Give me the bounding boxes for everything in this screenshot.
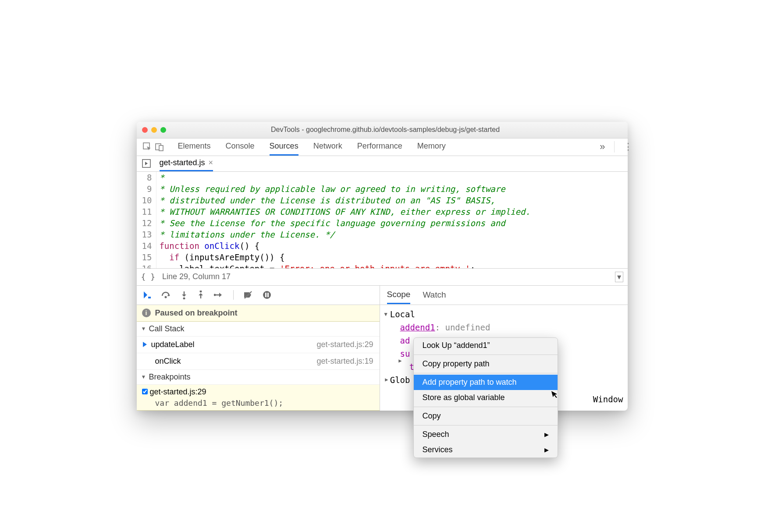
line-number[interactable]: 9 <box>141 183 153 195</box>
zoom-window-button[interactable] <box>160 127 166 133</box>
line-number[interactable]: 13 <box>141 229 153 240</box>
code-line[interactable]: * <box>159 172 530 183</box>
step-into-icon[interactable] <box>181 291 188 299</box>
svg-rect-4 <box>148 297 151 298</box>
breakpoints-list: get-started.js:29var addend1 = getNumber… <box>137 385 380 411</box>
collapse-icon: ▼ <box>384 308 387 321</box>
pretty-print-icon[interactable]: { } <box>141 272 156 281</box>
inspect-element-icon[interactable] <box>141 141 153 153</box>
tab-watch[interactable]: Watch <box>423 287 446 303</box>
debugger-right-pane: Scope Watch ▼ Local addend1: undefinedad… <box>380 286 628 411</box>
minimize-window-button[interactable] <box>151 127 157 133</box>
scope-watch-tabs: Scope Watch <box>380 286 628 305</box>
close-window-button[interactable] <box>142 127 148 133</box>
tab-network[interactable]: Network <box>313 138 342 156</box>
svg-point-7 <box>199 291 202 293</box>
svg-point-8 <box>214 294 216 296</box>
context-menu: Look Up “addend1”Copy property pathAdd p… <box>413 337 558 458</box>
svg-point-11 <box>263 291 271 299</box>
expand-icon: ▼ <box>379 378 392 381</box>
line-gutter: 8910111213141516 <box>137 172 157 268</box>
line-number[interactable]: 8 <box>141 172 153 183</box>
panel-tabs: Elements Console Sources Network Perform… <box>178 138 600 156</box>
line-number[interactable]: 12 <box>141 217 153 229</box>
scope-variable[interactable]: addend1: undefined <box>384 321 623 334</box>
tab-scope[interactable]: Scope <box>387 286 411 304</box>
line-number[interactable]: 16 <box>141 263 153 268</box>
menu-separator <box>414 355 558 355</box>
debugger-toolbar <box>137 286 380 305</box>
tab-console[interactable]: Console <box>226 138 255 156</box>
collapse-icon: ▼ <box>141 326 146 332</box>
step-out-icon[interactable] <box>197 291 204 299</box>
paused-text: Paused on breakpoint <box>155 309 238 318</box>
debugger-left-pane: i Paused on breakpoint ▼ Call Stack upda… <box>137 286 380 411</box>
svg-rect-13 <box>267 293 269 297</box>
context-menu-item[interactable]: Copy property path <box>414 356 558 372</box>
step-over-icon[interactable] <box>161 291 171 299</box>
scope-local-header[interactable]: ▼ Local <box>384 308 623 321</box>
svg-rect-12 <box>265 293 267 297</box>
status-dropdown-icon[interactable]: ▾ <box>615 272 623 282</box>
breakpoint-item[interactable]: get-started.js:29var addend1 = getNumber… <box>137 385 380 411</box>
context-menu-item[interactable]: Services▶ <box>414 442 558 458</box>
code-line[interactable]: * limitations under the License. */ <box>159 229 530 240</box>
call-stack-frame[interactable]: updateLabelget-started.js:29 <box>137 337 380 353</box>
call-stack-frame[interactable]: onClickget-started.js:19 <box>137 353 380 370</box>
context-menu-item[interactable]: Look Up “addend1” <box>414 338 558 353</box>
more-tabs-icon[interactable]: » <box>600 141 605 153</box>
toolbar-separator <box>233 290 234 300</box>
devtools-window: DevTools - googlechrome.github.io/devtoo… <box>137 122 628 411</box>
breakpoints-header[interactable]: ▼ Breakpoints <box>137 370 380 385</box>
svg-point-5 <box>164 296 167 298</box>
code-line[interactable]: * Unless required by applicable law or a… <box>159 183 530 195</box>
svg-rect-2 <box>159 145 163 151</box>
settings-menu-icon[interactable]: ⋮ <box>614 141 623 153</box>
line-number[interactable]: 10 <box>141 195 153 206</box>
cursor-position: Line 29, Column 17 <box>162 272 231 281</box>
pause-on-exceptions-icon[interactable] <box>263 291 271 299</box>
code-line[interactable]: * WITHOUT WARRANTIES OR CONDITIONS OF AN… <box>159 206 530 217</box>
menu-separator <box>414 373 558 373</box>
code-line[interactable]: if (inputsAreEmpty()) { <box>159 252 530 263</box>
code-line[interactable]: * distributed under the License is distr… <box>159 195 530 206</box>
editor-status-bar: { } Line 29, Column 17 ▾ <box>137 268 628 286</box>
call-stack-header[interactable]: ▼ Call Stack <box>137 322 380 337</box>
window-controls <box>142 127 166 133</box>
breakpoint-checkbox[interactable] <box>142 389 148 394</box>
main-tabs-row: Elements Console Sources Network Perform… <box>137 138 628 156</box>
line-number[interactable]: 15 <box>141 252 153 263</box>
info-icon: i <box>142 309 151 317</box>
context-menu-item[interactable]: Store as global variable <box>414 390 558 405</box>
scope-global-value: Window <box>593 394 623 404</box>
tab-performance[interactable]: Performance <box>357 138 402 156</box>
close-file-tab-icon[interactable]: × <box>209 158 213 167</box>
navigator-toggle-icon[interactable] <box>141 159 152 168</box>
tab-sources[interactable]: Sources <box>270 138 298 156</box>
tab-elements[interactable]: Elements <box>178 138 211 156</box>
code-editor[interactable]: 8910111213141516 * * Unless required by … <box>137 172 628 268</box>
code-line[interactable]: * See the License for the specific langu… <box>159 217 530 229</box>
window-title: DevTools - googlechrome.github.io/devtoo… <box>166 126 605 134</box>
menu-separator <box>414 425 558 426</box>
code-line[interactable]: function onClick() { <box>159 240 530 252</box>
call-stack-list: updateLabelget-started.js:29onClickget-s… <box>137 337 380 370</box>
context-menu-item[interactable]: Speech▶ <box>414 427 558 442</box>
line-number[interactable]: 11 <box>141 206 153 217</box>
resume-button-icon[interactable] <box>143 291 152 299</box>
collapse-icon: ▼ <box>141 374 146 380</box>
file-tab-active[interactable]: get-started.js × <box>160 156 213 171</box>
deactivate-breakpoints-icon[interactable] <box>243 291 253 299</box>
tab-memory[interactable]: Memory <box>417 138 446 156</box>
titlebar: DevTools - googlechrome.github.io/devtoo… <box>137 122 628 138</box>
step-icon[interactable] <box>214 291 224 299</box>
svg-point-6 <box>183 298 185 300</box>
context-menu-item[interactable]: Copy <box>414 408 558 424</box>
line-number[interactable]: 14 <box>141 240 153 252</box>
code-line[interactable]: label.textContent = 'Error: one or both … <box>159 263 530 268</box>
paused-banner: i Paused on breakpoint <box>137 305 380 322</box>
file-tabs-row: get-started.js × <box>137 156 628 172</box>
context-menu-item[interactable]: Add property path to watch <box>414 375 558 390</box>
menu-separator <box>414 407 558 407</box>
device-toolbar-icon[interactable] <box>153 141 166 153</box>
